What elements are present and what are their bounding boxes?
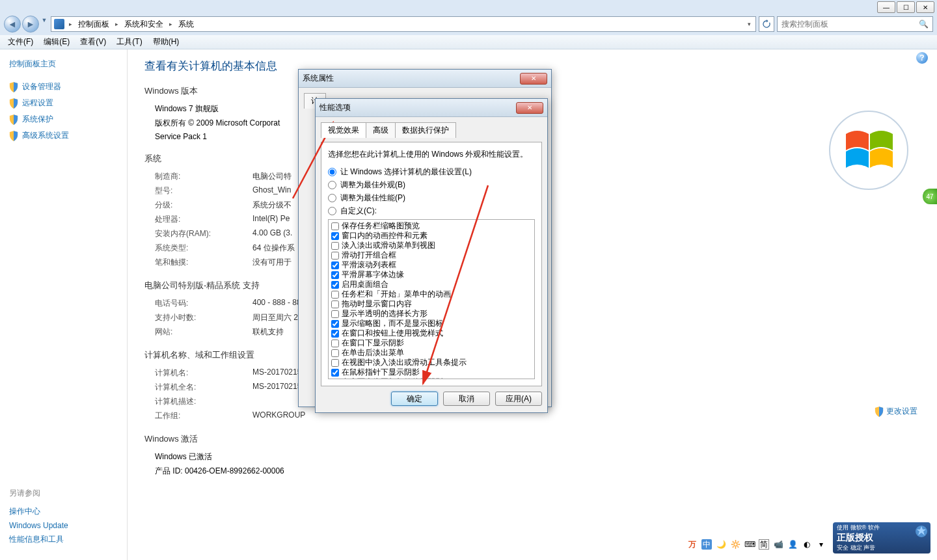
chevron-down-icon[interactable]: ▾ <box>746 21 753 27</box>
checkbox[interactable] <box>331 271 339 279</box>
notification-badge[interactable]: 47 <box>923 189 937 204</box>
see-also-link[interactable]: 性能信息和工具 <box>9 532 68 547</box>
tray-icon[interactable]: ▾ <box>816 539 826 550</box>
user-icon[interactable]: 👤 <box>787 539 798 550</box>
info-value[interactable]: 联机支持 <box>252 327 284 338</box>
checkbox[interactable] <box>331 242 339 250</box>
visual-effect-item[interactable]: 显示缩略图，而不是显示图标 <box>331 319 532 328</box>
dialog-close-button[interactable]: ✕ <box>520 73 547 85</box>
close-window-button[interactable]: ✕ <box>916 1 934 13</box>
sidebar: 控制面板主页 设备管理器 远程设置 系统保护 高级系统设置 另请参阅 操作中心 … <box>0 49 128 560</box>
visual-effect-item[interactable]: 任务栏和「开始」菜单中的动画 <box>331 289 532 299</box>
checkbox[interactable] <box>331 349 339 357</box>
info-value: Intel(R) Pe <box>252 214 290 225</box>
menu-help[interactable]: 帮助(H) <box>148 35 185 49</box>
radio-best-appearance[interactable]: 调整为最佳外观(B) <box>328 180 535 191</box>
genuine-badge[interactable]: 使用 微软® 软件 正版授权 安全 稳定 声誉 <box>833 522 930 553</box>
visual-effect-item[interactable]: 窗口内的动画控件和元素 <box>331 231 532 241</box>
checkbox[interactable] <box>331 222 339 230</box>
checkbox[interactable] <box>331 330 339 338</box>
maximize-button[interactable]: ☐ <box>897 1 915 13</box>
checkbox[interactable] <box>331 320 339 328</box>
menu-file[interactable]: 文件(F) <box>3 35 38 49</box>
tab-visual-effects[interactable]: 视觉效果 <box>321 122 366 138</box>
see-also-link[interactable]: Windows Update <box>9 519 68 532</box>
info-value[interactable]: 系统分级不 <box>252 200 292 211</box>
sidebar-item-device-manager[interactable]: 设备管理器 <box>9 79 127 95</box>
back-button[interactable]: ◄ <box>4 16 21 33</box>
menu-view[interactable]: 查看(V) <box>75 35 111 49</box>
radio-let-windows[interactable]: 让 Windows 选择计算机的最佳设置(L) <box>328 167 535 178</box>
help-icon[interactable]: ? <box>916 52 928 64</box>
change-settings-link[interactable]: 更改设置 <box>875 406 917 417</box>
visual-effect-item[interactable]: 在窗口下显示阴影 <box>331 338 532 348</box>
tray-icon[interactable]: 万 <box>687 539 698 550</box>
visual-effect-item[interactable]: 淡入淡出或滑动菜单到视图 <box>331 241 532 250</box>
visual-effect-item[interactable]: 显示半透明的选择长方形 <box>331 309 532 319</box>
ime-mode-indicator[interactable]: 简 <box>759 539 769 550</box>
breadcrumb[interactable]: 系统 <box>177 19 195 30</box>
keyboard-icon[interactable]: ⌨ <box>744 539 755 550</box>
visual-effect-item[interactable]: 拖动时显示窗口内容 <box>331 299 532 309</box>
visual-effect-item[interactable]: 在鼠标指针下显示阴影 <box>331 367 532 377</box>
address-bar[interactable]: ▸ 控制面板 ▸ 系统和安全 ▸ 系统 ▾ <box>51 16 756 32</box>
info-label: 安装内存(RAM): <box>155 228 252 239</box>
tray-icon[interactable]: 🌙 <box>716 539 726 550</box>
ime-indicator[interactable]: 中 <box>701 539 712 550</box>
checkbox[interactable] <box>331 291 339 299</box>
tray-icon[interactable]: 🔆 <box>730 539 740 550</box>
star-icon <box>915 525 928 538</box>
radio-custom[interactable]: 自定义(C): <box>328 206 535 217</box>
windows-edition: Windows 7 旗舰版 <box>155 103 219 114</box>
visual-effect-item[interactable]: 在桌面上为图标标签使用阴影 <box>331 377 532 379</box>
checkbox[interactable] <box>331 369 339 377</box>
checkbox[interactable] <box>331 310 339 318</box>
visual-effect-item[interactable]: 启用桌面组合 <box>331 280 532 289</box>
tray-icon[interactable]: ◐ <box>802 539 812 550</box>
search-box[interactable]: 🔍 <box>777 16 933 32</box>
tray-icon[interactable]: 📹 <box>773 539 783 550</box>
see-also-link[interactable]: 操作中心 <box>9 504 68 519</box>
checkbox[interactable] <box>331 300 339 308</box>
visual-effect-item[interactable]: 平滑滚动列表框 <box>331 260 532 270</box>
change-settings-label: 更改设置 <box>886 406 917 417</box>
visual-effect-item[interactable]: 滑动打开组合框 <box>331 250 532 260</box>
breadcrumb[interactable]: 控制面板 <box>77 19 111 30</box>
visual-effects-list[interactable]: 保存任务栏缩略图预览窗口内的动画控件和元素淡入淡出或滑动菜单到视图滑动打开组合框… <box>328 219 535 379</box>
checkbox[interactable] <box>331 261 339 269</box>
tab-advanced[interactable]: 高级 <box>366 122 396 138</box>
checkbox[interactable] <box>331 359 339 367</box>
sidebar-item-protection[interactable]: 系统保护 <box>9 111 127 127</box>
checkbox[interactable] <box>331 232 339 240</box>
breadcrumb[interactable]: 系统和安全 <box>123 19 165 30</box>
visual-effect-item[interactable]: 保存任务栏缩略图预览 <box>331 221 532 231</box>
checkbox-label: 拖动时显示窗口内容 <box>342 299 412 309</box>
visual-effect-item[interactable]: 在单击后淡出菜单 <box>331 348 532 358</box>
visual-effect-item[interactable]: 在窗口和按钮上使用视觉样式 <box>331 328 532 338</box>
menu-tools[interactable]: 工具(T) <box>111 35 147 49</box>
checkbox[interactable] <box>331 340 339 347</box>
visual-effect-item[interactable]: 平滑屏幕字体边缘 <box>331 270 532 280</box>
checkbox[interactable] <box>331 379 339 380</box>
cancel-button[interactable]: 取消 <box>443 392 490 406</box>
sidebar-item-remote[interactable]: 远程设置 <box>9 95 127 111</box>
refresh-button[interactable] <box>759 16 774 32</box>
checkbox-label: 在窗口下显示阴影 <box>342 338 404 348</box>
shield-icon <box>9 131 18 141</box>
visual-effect-item[interactable]: 在视图中淡入淡出或滑动工具条提示 <box>331 358 532 367</box>
apply-button[interactable]: 应用(A) <box>495 392 542 406</box>
tab-dep[interactable]: 数据执行保护 <box>395 122 456 138</box>
minimize-button[interactable]: — <box>877 1 895 13</box>
ok-button[interactable]: 确定 <box>391 392 438 406</box>
checkbox[interactable] <box>331 281 339 289</box>
radio-best-performance[interactable]: 调整为最佳性能(P) <box>328 193 535 204</box>
checkbox[interactable] <box>331 252 339 260</box>
forward-button[interactable]: ► <box>22 16 39 33</box>
sidebar-item-advanced[interactable]: 高级系统设置 <box>9 127 127 144</box>
nav-history-dropdown[interactable]: ▼ <box>40 16 48 25</box>
chevron-right-icon: ▸ <box>113 21 120 27</box>
info-value: Ghost_Win <box>252 185 291 196</box>
dialog-close-button[interactable]: ✕ <box>516 102 543 114</box>
menu-edit[interactable]: 编辑(E) <box>38 35 75 49</box>
search-input[interactable] <box>781 20 916 29</box>
